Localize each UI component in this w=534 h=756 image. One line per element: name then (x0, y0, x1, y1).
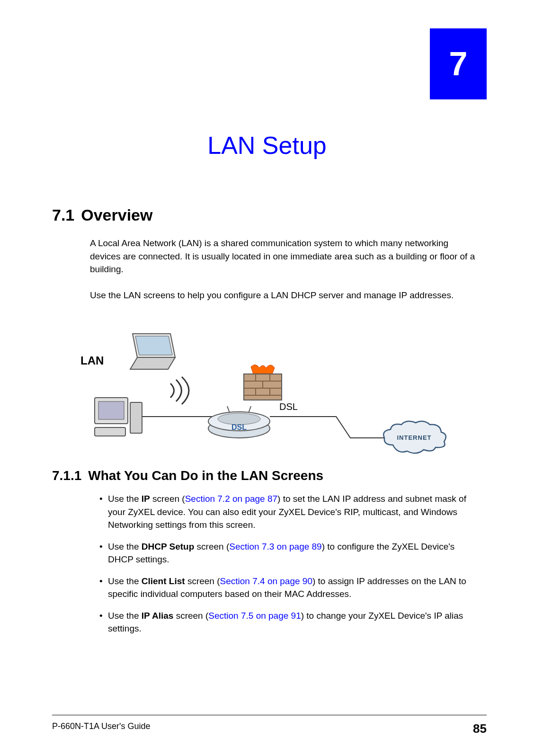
svg-text:DSL: DSL (231, 423, 247, 431)
xref-link[interactable]: Section 7.3 on page 89 (229, 542, 321, 551)
svg-rect-4 (98, 401, 124, 419)
subsection-number: 7.1.1 (52, 468, 81, 483)
bullet-item: Use the DHCP Setup screen (Section 7.3 o… (99, 540, 473, 566)
chapter-number-block: 7 (430, 28, 487, 99)
bullet-item: Use the IP Alias screen (Section 7.5 on … (99, 609, 473, 635)
svg-line-22 (249, 406, 251, 413)
chapter-title: LAN Setup (0, 128, 534, 163)
svg-rect-6 (95, 427, 125, 436)
xref-link[interactable]: Section 7.2 on page 87 (185, 494, 277, 504)
chapter-number: 7 (430, 28, 487, 99)
dsl-line (270, 412, 393, 445)
desktop-pc-icon (90, 393, 147, 445)
xref-link[interactable]: Section 7.4 on page 90 (220, 576, 312, 586)
firewall-icon (237, 362, 289, 405)
svg-marker-1 (135, 336, 172, 355)
subsection-title: What You Can Do in the LAN Screens (88, 468, 323, 483)
lan-cable-line (142, 412, 213, 421)
bullet-item: Use the IP screen (Section 7.2 on page 8… (99, 492, 473, 532)
svg-rect-5 (130, 402, 142, 433)
overview-para-1: A Local Area Network (LAN) is a shared c… (90, 237, 478, 276)
dsl-router-icon: DSL (204, 402, 275, 440)
overview-para-2: Use the LAN screens to help you configur… (90, 289, 478, 302)
footer-guide-title: P-660N-T1A User's Guide (52, 720, 151, 738)
lan-diagram: LAN DSL DSL (80, 327, 450, 450)
page-footer: P-660N-T1A User's Guide 85 (52, 715, 487, 738)
svg-marker-2 (130, 357, 175, 369)
footer-page-number: 85 (473, 720, 487, 738)
section-heading-7-1: 7.1Overview (52, 204, 152, 227)
bullet-item: Use the Client List screen (Section 7.4 … (99, 575, 473, 601)
section-title: Overview (81, 206, 152, 224)
section-heading-7-1-1: 7.1.1What You Can Do in the LAN Screens (52, 466, 323, 486)
svg-line-21 (227, 406, 230, 413)
laptop-icon (123, 331, 180, 374)
internet-cloud-icon: INTERNET (379, 419, 450, 457)
xref-link[interactable]: Section 7.5 on page 91 (208, 611, 301, 621)
svg-text:INTERNET: INTERNET (397, 434, 432, 441)
bullet-list: Use the IP screen (Section 7.2 on page 8… (99, 492, 473, 644)
section-number: 7.1 (52, 206, 74, 224)
wireless-waves-icon (161, 369, 199, 407)
diagram-lan-label: LAN (80, 353, 104, 369)
